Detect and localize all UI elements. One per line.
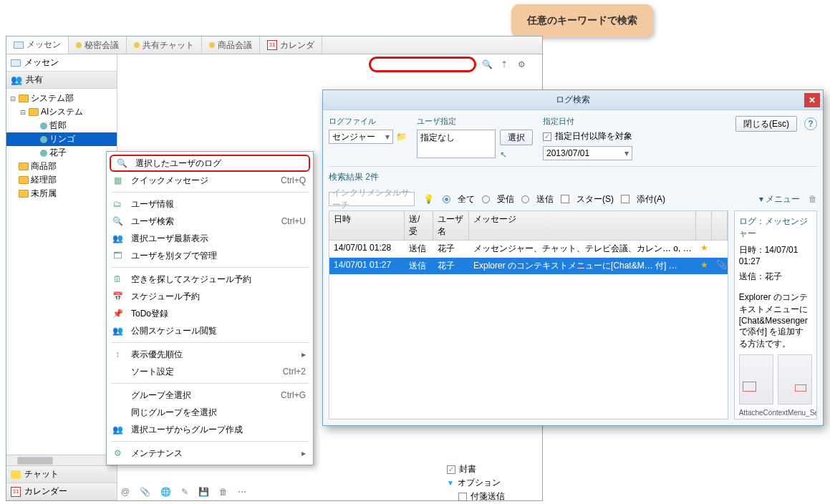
group-title: 指定日付 <box>543 116 632 127</box>
sidebar-tab-chat[interactable]: チャット <box>6 466 117 483</box>
menu-label: ソート設定 <box>131 366 276 378</box>
at-icon[interactable]: @ <box>121 487 130 497</box>
table-header: 日時 送/受 ユーザ名 メッセージ <box>329 211 728 241</box>
menu-item[interactable]: ソート設定Ctrl+2 <box>107 363 313 380</box>
clip-icon[interactable] <box>712 241 728 257</box>
tree-row[interactable]: 経理部 <box>6 173 117 187</box>
star-icon[interactable]: ★ <box>696 258 712 274</box>
top-tab[interactable]: 共有チャット <box>127 37 202 54</box>
menu-item[interactable]: 🗓空きを探してスケジュール予約 <box>107 271 313 288</box>
tree-row[interactable]: 花子 <box>6 146 117 160</box>
cursor-icon[interactable]: ↖ <box>500 150 533 160</box>
table-row[interactable]: 14/07/01 01:28送信花子メッセンジャー、チャット、テレビ会議、カレン… <box>329 241 728 258</box>
select-user-button[interactable]: 選択 <box>500 130 533 145</box>
folder-icon <box>29 108 39 116</box>
incremental-search-input[interactable]: インクリメンタルサーチ <box>329 192 415 206</box>
clip-icon[interactable]: 📎 <box>140 487 150 497</box>
radio-recv[interactable] <box>482 195 490 203</box>
th-message[interactable]: メッセージ <box>469 211 696 240</box>
folder-icon[interactable]: 📁 <box>396 132 407 142</box>
search-input[interactable] <box>369 57 476 72</box>
th-datetime[interactable]: 日時 <box>329 211 405 240</box>
checkbox-star[interactable] <box>561 195 569 203</box>
calendar-icon: 31 <box>11 487 21 497</box>
attachment-thumb[interactable] <box>778 354 812 404</box>
save-icon[interactable]: 💾 <box>198 487 209 497</box>
envelope-icon <box>14 42 24 49</box>
trash-icon[interactable]: 🗑 <box>219 487 228 497</box>
menu-item[interactable]: 👥選択ユーザからグループ作成 <box>107 421 313 438</box>
star-icon[interactable]: ★ <box>696 241 712 257</box>
menu-item[interactable]: グループ全選択Ctrl+G <box>107 387 313 404</box>
menu-label: ToDo登録 <box>131 308 306 320</box>
blank-icon <box>111 406 124 419</box>
tree-row[interactable]: リンゴ <box>6 132 117 146</box>
sidebar-tab-calendar[interactable]: 31 カレンダー <box>6 483 117 500</box>
user-spec-box[interactable]: 指定なし <box>417 130 496 158</box>
top-tab[interactable]: 商品会議 <box>202 37 260 54</box>
sidebar-tab-messenger[interactable]: メッセン <box>6 54 117 72</box>
bulb-icon[interactable]: 💡 <box>423 194 434 204</box>
tree-row[interactable]: 未所属 <box>6 187 117 200</box>
logfile-select[interactable]: センジャー <box>329 130 393 144</box>
chk-label: 指定日付以降を対象 <box>555 130 632 142</box>
menu-item[interactable]: 📌ToDo登録 <box>107 305 313 322</box>
menu-item[interactable]: 🔍ユーザ検索Ctrl+U <box>107 213 313 230</box>
tree-row[interactable]: 商品部 <box>6 160 117 173</box>
pin-icon: 📌 <box>111 307 124 320</box>
menu-item[interactable]: ⚙メンテナンス▸ <box>107 445 313 462</box>
radio-all[interactable] <box>443 195 450 203</box>
checkbox-attach[interactable] <box>621 195 629 203</box>
date-select[interactable]: 2013/07/01 <box>543 146 632 160</box>
h-scrollbar[interactable] <box>6 455 117 465</box>
trash-icon[interactable]: 🗑 <box>809 194 817 204</box>
globe-icon[interactable]: 🌐 <box>160 487 171 497</box>
dialog-titlebar[interactable]: ログ検索 ✕ <box>323 90 823 110</box>
menu-item[interactable]: ▦クイックメッセージCtrl+Q <box>107 172 313 189</box>
table-row[interactable]: 14/07/01 01:27送信花子Explorer のコンテキストメニューに[… <box>329 258 728 275</box>
expander-icon[interactable]: ⊟ <box>9 94 16 104</box>
th-username[interactable]: ユーザ名 <box>433 211 469 240</box>
top-tab[interactable]: 31カレンダ <box>260 37 322 54</box>
top-tab[interactable]: 秘密会議 <box>69 37 127 54</box>
menu-item[interactable]: 👥選択ユーザ最新表示 <box>107 230 313 247</box>
clip-icon[interactable]: 📎 <box>712 258 728 274</box>
checkbox-fusen[interactable] <box>458 493 467 501</box>
checkbox-date-after[interactable]: ✓ <box>543 132 551 141</box>
menu-item[interactable]: 👥公開スケジュール閲覧 <box>107 322 313 339</box>
close-esc-button[interactable]: 閉じる(Esc) <box>735 116 797 132</box>
blank-icon <box>111 365 124 378</box>
scroll-top-icon[interactable]: ⇡ <box>498 58 511 71</box>
folder-icon <box>19 94 29 102</box>
search-icon[interactable]: 🔍 <box>481 58 493 71</box>
sidebar-tab-label: 共有 <box>26 74 43 86</box>
tree-row[interactable]: ⊟AIシステム <box>6 105 117 119</box>
top-tab[interactable]: メッセン <box>6 37 69 54</box>
edit-icon[interactable]: ✎ <box>181 487 188 497</box>
attachment-thumb[interactable] <box>739 354 773 404</box>
radio-send[interactable] <box>521 195 529 203</box>
sidebar-tab-share[interactable]: 👥 共有 <box>6 72 117 89</box>
help-icon[interactable]: ? <box>804 117 817 130</box>
cell-msg: Explorer のコンテキストメニューに[Chat&M… 付] … <box>469 258 696 274</box>
menu-item[interactable]: 🗂ユーザ情報 <box>107 195 313 213</box>
checkbox-fuusho[interactable]: ✓ <box>447 465 455 474</box>
menu-item[interactable]: 📅スケジュール予約 <box>107 288 313 305</box>
compose-toolbar: @ 📎 🌐 ✎ 💾 🗑 ⋯ <box>121 487 246 497</box>
tree-row[interactable]: 哲郎 <box>6 119 117 132</box>
expander-icon[interactable]: ⊟ <box>19 107 26 117</box>
th-sendrecv[interactable]: 送/受 <box>405 211 433 240</box>
more-icon[interactable]: ⋯ <box>238 487 246 497</box>
menu-item[interactable]: 同じグループを全選択 <box>107 404 313 421</box>
menu-item[interactable]: ↕表示優先順位▸ <box>107 346 313 363</box>
gear-icon[interactable]: ⚙ <box>515 58 528 71</box>
envelope-icon <box>11 59 21 67</box>
menu-item[interactable]: 🔍選択したユーザのログ <box>110 155 310 172</box>
menu-label: クイックメッセージ <box>131 175 274 187</box>
disclosure-icon[interactable]: ▼ <box>447 479 454 487</box>
menu-dropdown[interactable]: ▾ メニュー <box>759 193 800 205</box>
tree-row[interactable]: ⊟システム部 <box>6 92 117 105</box>
blank-icon <box>111 389 124 402</box>
close-button[interactable]: ✕ <box>804 93 820 107</box>
menu-item[interactable]: 🗔ユーザを別タブで管理 <box>107 247 313 264</box>
